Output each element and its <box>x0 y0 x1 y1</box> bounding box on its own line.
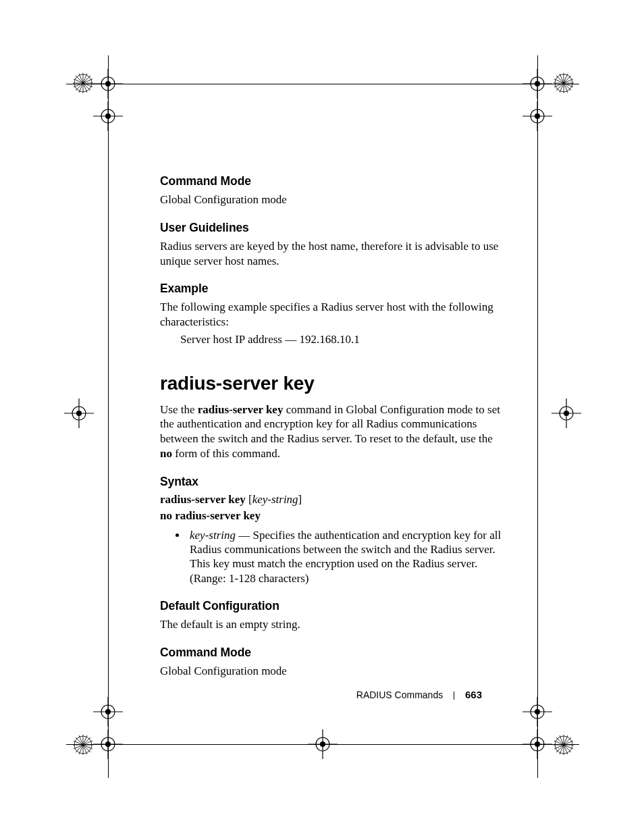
text-intro: Use the radius-server key command in Glo… <box>160 402 504 461</box>
crop-target-mr <box>552 398 581 428</box>
syntax-open: [ <box>246 493 252 506</box>
syntax-line-1: radius-server key [key-string] <box>160 493 504 506</box>
heading-user-guidelines: User Guidelines <box>160 221 504 235</box>
footer-page-number: 663 <box>465 689 482 700</box>
bullet-text: — Specifies the authentication and encry… <box>190 529 501 585</box>
crop-rule-top <box>66 84 579 84</box>
intro-pre: Use the <box>160 403 198 416</box>
crop-burst-tl <box>73 73 93 93</box>
intro-post: form of this command. <box>172 447 280 460</box>
page-footer: RADIUS Commands 663 <box>0 689 644 700</box>
crop-rule-left <box>108 55 109 778</box>
intro-no: no <box>160 447 172 460</box>
text-user-guidelines: Radius servers are keyed by the host nam… <box>160 239 504 269</box>
syntax-arg: key-string <box>252 493 298 506</box>
footer-chapter: RADIUS Commands <box>356 689 443 700</box>
bullet-arg: key-string <box>190 529 236 542</box>
crop-burst-br <box>554 735 574 755</box>
crop-target-ml <box>64 398 94 428</box>
heading-syntax: Syntax <box>160 475 504 489</box>
crop-burst-bl <box>73 735 93 755</box>
crop-rule-bottom <box>66 744 579 745</box>
crop-rule-right <box>537 55 538 778</box>
heading-command-mode-1: Command Mode <box>160 174 504 188</box>
page-content: Command Mode Global Configuration mode U… <box>160 174 504 692</box>
syntax-bullets: key-string — Specifies the authenticatio… <box>160 528 504 586</box>
heading-command-mode-2: Command Mode <box>160 646 504 660</box>
syntax-bullet-1: key-string — Specifies the authenticatio… <box>187 528 504 586</box>
text-example-line: Server host IP address — 192.168.10.1 <box>180 332 504 347</box>
syntax-line-2: no radius-server key <box>160 509 504 523</box>
syntax-cmd: radius-server key <box>160 493 246 506</box>
text-default-config: The default is an empty string. <box>160 617 504 632</box>
heading-default-config: Default Configuration <box>160 599 504 613</box>
text-example-intro: The following example specifies a Radius… <box>160 300 504 330</box>
intro-cmd: radius-server key <box>198 403 284 416</box>
heading-example: Example <box>160 282 504 296</box>
text-command-mode-2: Global Configuration mode <box>160 664 504 679</box>
syntax-close: ] <box>298 493 302 506</box>
crop-burst-tr <box>554 73 574 93</box>
text-command-mode-1: Global Configuration mode <box>160 192 504 207</box>
title-radius-server-key: radius-server key <box>160 373 504 394</box>
footer-separator <box>454 692 454 700</box>
